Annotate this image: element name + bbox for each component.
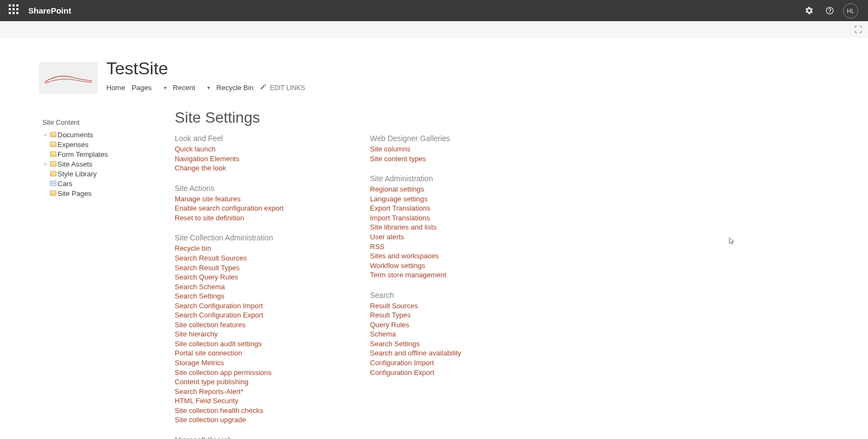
settings-link[interactable]: Search Settings <box>175 291 305 301</box>
nav-recent[interactable]: Recent▾ <box>173 81 216 94</box>
settings-link[interactable]: Result Types <box>370 310 500 320</box>
settings-link[interactable]: Language settings <box>370 194 500 204</box>
chevron-down-icon: ▾ <box>164 85 167 91</box>
pencil-icon <box>260 84 266 92</box>
settings-link[interactable]: Recycle bin <box>175 244 305 253</box>
settings-link[interactable]: Site collection upgrade <box>175 415 305 425</box>
sidebar: Site Content ▹DocumentsExpensesForm Temp… <box>39 109 175 439</box>
sidebar-item-style-library[interactable]: Style Library <box>39 169 175 179</box>
section-heading: Site Administration <box>370 174 500 183</box>
settings-link[interactable]: Quick launch <box>175 144 305 154</box>
settings-section-look-and-feel: Look and FeelQuick launchNavigation Elem… <box>175 134 305 173</box>
help-icon[interactable] <box>819 1 840 21</box>
sidebar-item-site-pages[interactable]: Site Pages <box>39 188 175 198</box>
settings-link[interactable]: Search Configuration Import <box>175 301 305 311</box>
section-heading: Search <box>370 291 500 300</box>
settings-link[interactable]: Search Reports-Alert* <box>175 387 305 397</box>
sidebar-item-documents[interactable]: ▹Documents <box>39 130 175 139</box>
settings-link[interactable]: Search and offline availability <box>370 348 500 358</box>
sidebar-root[interactable]: Site Content <box>39 118 175 128</box>
settings-column-left: Look and FeelQuick launchNavigation Elem… <box>175 134 305 439</box>
edit-links-label: EDIT LINKS <box>270 84 305 92</box>
settings-link[interactable]: Reset to site definition <box>175 213 305 223</box>
settings-link[interactable]: RSS <box>370 242 500 252</box>
settings-link[interactable]: Query Rules <box>370 320 500 330</box>
settings-link[interactable]: Site collection health checks <box>175 406 305 416</box>
settings-link[interactable]: Search Result Sources <box>175 253 305 263</box>
settings-link[interactable]: Regional settings <box>370 184 500 194</box>
brand-name[interactable]: SharePoint <box>26 6 71 15</box>
settings-link[interactable]: Portal site connection <box>175 348 305 358</box>
sidebar-item-cars[interactable]: Cars <box>39 179 175 188</box>
edit-links-button[interactable]: EDIT LINKS <box>260 81 311 94</box>
settings-section-web-designer-galleries: Web Designer GalleriesSite columnsSite c… <box>370 134 500 163</box>
settings-link[interactable]: Search Query Rules <box>175 272 305 282</box>
settings-column-right: Web Designer GalleriesSite columnsSite c… <box>370 134 500 439</box>
settings-link[interactable]: HTML Field Security <box>175 396 305 406</box>
settings-link[interactable]: Site hierarchy <box>175 329 305 339</box>
settings-link[interactable]: Navigation Elements <box>175 154 305 164</box>
expand-icon[interactable]: ▹ <box>44 161 50 167</box>
sidebar-item-label: Cars <box>58 180 72 188</box>
folder-icon <box>50 161 56 167</box>
page-title: Site Settings <box>175 109 868 126</box>
settings-link[interactable]: Site collection app permissions <box>175 368 305 378</box>
settings-link[interactable]: Site collection audit settings <box>175 339 305 349</box>
settings-link[interactable]: Term store management <box>370 270 500 280</box>
sidebar-item-label: Documents <box>58 131 93 139</box>
site-title[interactable]: TestSite <box>106 59 312 78</box>
nav-recycle-bin[interactable]: Recycle Bin <box>216 81 260 94</box>
settings-link[interactable]: User alerts <box>370 232 500 242</box>
settings-link[interactable]: Manage site features <box>175 194 305 204</box>
settings-link[interactable]: Search Schema <box>175 282 305 292</box>
nav-home[interactable]: Home <box>106 81 132 94</box>
settings-link[interactable]: Export Translations <box>370 203 500 213</box>
settings-link[interactable]: Search Settings <box>370 339 500 349</box>
sidebar-item-site-assets[interactable]: ▹Site Assets <box>39 159 175 169</box>
sidebar-item-label: Site Assets <box>58 160 92 168</box>
settings-link[interactable]: Configuration Import <box>370 358 500 368</box>
settings-link[interactable]: Schema <box>370 329 500 339</box>
settings-link[interactable]: Change the look <box>175 163 305 173</box>
section-heading: Site Collection Administration <box>175 233 305 242</box>
settings-link[interactable]: Sites and workspaces <box>370 251 500 261</box>
settings-link[interactable]: Site columns <box>370 144 500 154</box>
settings-section-site-actions: Site ActionsManage site featuresEnable s… <box>175 184 305 223</box>
settings-link[interactable]: Storage Metrics <box>175 358 305 368</box>
chevron-down-icon: ▾ <box>207 85 210 91</box>
gear-icon[interactable] <box>799 1 819 21</box>
site-header: TestSite Home Pages▾ Recent▾ Recycle Bin… <box>0 37 868 99</box>
nav-pages[interactable]: Pages▾ <box>132 81 173 94</box>
user-avatar[interactable]: HL <box>843 3 858 18</box>
list-icon <box>50 181 56 186</box>
sidebar-item-label: Style Library <box>58 170 97 178</box>
sidebar-item-expenses[interactable]: Expenses <box>39 139 175 149</box>
settings-link[interactable]: Configuration Export <box>370 368 500 378</box>
section-heading: Look and Feel <box>175 134 305 143</box>
page-scroll[interactable]: TestSite Home Pages▾ Recent▾ Recycle Bin… <box>0 37 868 439</box>
sidebar-tree: ▹DocumentsExpensesForm Templates▹Site As… <box>39 130 175 198</box>
sidebar-item-form-templates[interactable]: Form Templates <box>39 149 175 159</box>
settings-section-microsoft-search: Microsoft SearchConfigure search setting… <box>175 436 305 439</box>
nav-pages-label: Pages <box>132 84 152 92</box>
app-launcher-icon[interactable] <box>9 4 22 17</box>
settings-link[interactable]: Site content types <box>370 154 500 164</box>
settings-link[interactable]: Content type publishing <box>175 377 305 387</box>
folder-icon <box>50 142 56 147</box>
main-content: Site Settings Look and FeelQuick launchN… <box>175 109 868 439</box>
settings-link[interactable]: Enable search configuration export <box>175 203 305 213</box>
settings-link[interactable]: Import Translations <box>370 213 500 223</box>
settings-link[interactable]: Workflow settings <box>370 261 500 271</box>
settings-link[interactable]: Search Configuration Export <box>175 310 305 320</box>
settings-section-site-collection-administration: Site Collection AdministrationRecycle bi… <box>175 233 305 424</box>
site-logo[interactable] <box>39 62 98 94</box>
settings-link[interactable]: Result Sources <box>370 301 500 311</box>
settings-link[interactable]: Site collection features <box>175 320 305 330</box>
settings-link[interactable]: Site libraries and lists <box>370 222 500 232</box>
nav-recent-label: Recent <box>173 84 195 92</box>
nav-home-label: Home <box>106 84 125 92</box>
focus-content-icon[interactable] <box>852 23 865 35</box>
section-heading: Web Designer Galleries <box>370 134 500 143</box>
expand-icon[interactable]: ▹ <box>44 132 50 137</box>
settings-link[interactable]: Search Result Types <box>175 263 305 273</box>
